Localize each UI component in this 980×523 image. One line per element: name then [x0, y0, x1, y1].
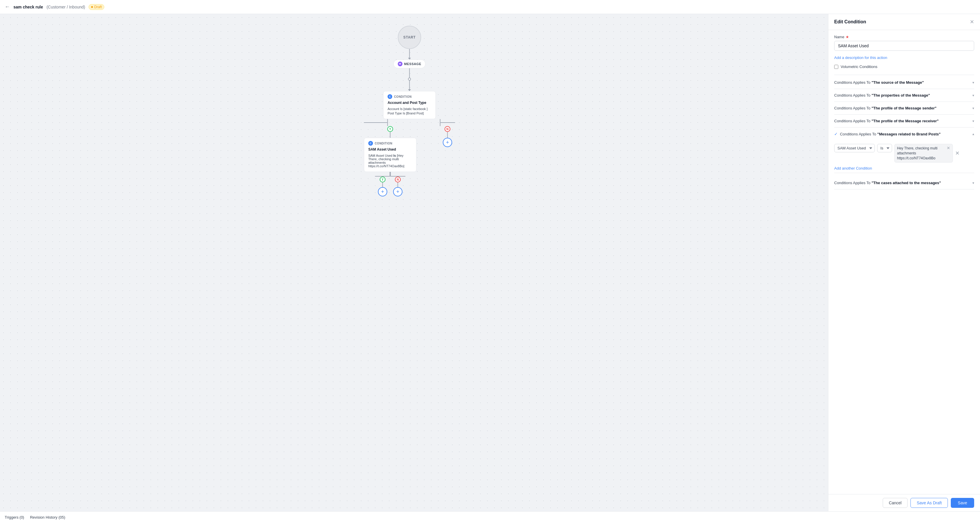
status-badge: Draft — [89, 4, 104, 10]
revision-history-item[interactable]: Revision History (05) — [30, 515, 65, 520]
condition1-icon: C — [387, 94, 392, 99]
condition-remove-button[interactable]: ✕ — [955, 150, 959, 157]
condition2-label: CONDITION — [375, 142, 392, 145]
save-button[interactable]: Save — [951, 498, 974, 508]
volumetric-row: Volumetric Conditions — [834, 65, 974, 69]
message-box[interactable]: ✉ MESSAGE — [393, 60, 426, 68]
section-cases: Conditions Applies To "The cases attache… — [834, 177, 974, 189]
section-properties-header[interactable]: Conditions Applies To "The properties of… — [834, 89, 974, 101]
connector-2 — [409, 68, 410, 78]
branch-no-connector — [440, 119, 455, 126]
branch-yes-content: Y C CONDITION SAM Asset Used SAM Asset U… — [364, 126, 416, 197]
condition2-name: SAM Asset Used — [368, 147, 412, 152]
condition-operator-select[interactable]: Is — [877, 144, 892, 152]
branch-y-label: Y — [387, 126, 393, 132]
section-cases-title: Conditions Applies To "The cases attache… — [834, 181, 941, 185]
checkmark-icon: ✓ — [834, 132, 838, 136]
breadcrumb: (Customer / Inbound) — [46, 5, 85, 10]
volumetric-checkbox[interactable] — [834, 65, 838, 69]
section-brand-posts-title: ✓ Conditions Applies To "Messages relate… — [834, 132, 940, 136]
chevron-brand-posts: ▴ — [972, 132, 974, 136]
cancel-button[interactable]: Cancel — [883, 498, 908, 508]
section-source: Conditions Applies To "The source of the… — [834, 76, 974, 89]
name-label: Name ★ — [834, 35, 974, 39]
sub-v-right2 — [398, 182, 398, 187]
name-input[interactable] — [834, 41, 974, 51]
condition1-node: C CONDITION Account and Post Type Accoun… — [383, 91, 436, 119]
branches-1: Y C CONDITION SAM Asset Used SAM Asset U… — [364, 119, 455, 197]
bottom-bar: Triggers (0) Revision History (05) — [0, 511, 980, 523]
section-properties: Conditions Applies To "The properties of… — [834, 89, 974, 102]
chevron-sender: ▾ — [972, 106, 974, 110]
sub-branch-n: N + — [390, 172, 405, 197]
condition1-header: C CONDITION — [387, 94, 431, 99]
sub-branch-y: Y + — [375, 172, 390, 197]
main-layout: START ✉ MESSAGE C — [0, 14, 980, 511]
panel-close-button[interactable]: ✕ — [970, 19, 974, 25]
message-label: MESSAGE — [404, 62, 422, 66]
right-panel: Edit Condition ✕ Name ★ Add a descriptio… — [828, 14, 980, 511]
header: ← sam check rule (Customer / Inbound) Dr… — [0, 0, 980, 14]
badge-label: Draft — [94, 5, 102, 9]
add-button-right[interactable]: + — [443, 138, 452, 147]
sub-y-conn — [375, 172, 390, 177]
back-button[interactable]: ← — [5, 4, 10, 10]
chevron-receiver: ▾ — [972, 119, 974, 123]
chip-remove-button[interactable]: ✕ — [947, 146, 950, 150]
branch-no-content: N + — [443, 126, 452, 147]
branch-yes: Y C CONDITION SAM Asset Used SAM Asset U… — [364, 119, 416, 197]
branch-n-label: N — [444, 126, 450, 132]
branch-yes-connector — [364, 119, 416, 126]
section-receiver: Conditions Applies To "The profile of th… — [834, 115, 974, 128]
flow-diagram: START ✉ MESSAGE C — [364, 26, 455, 197]
spacer — [834, 173, 974, 177]
h-line-right — [440, 122, 455, 123]
sub-n-conn — [390, 172, 405, 177]
rule-title: sam check rule — [13, 5, 43, 10]
canvas: START ✉ MESSAGE C — [0, 14, 828, 511]
branch-no: N + — [440, 119, 455, 147]
chevron-properties: ▾ — [972, 94, 974, 97]
condition2-rule-0: SAM Asset Used Is [Hey There, checking m… — [368, 154, 412, 168]
chevron-source: ▾ — [972, 81, 974, 85]
section-source-header[interactable]: Conditions Applies To "The source of the… — [834, 76, 974, 89]
add-description-link[interactable]: Add a description for this action — [834, 55, 974, 60]
section-source-title: Conditions Applies To "The source of the… — [834, 80, 924, 85]
triggers-item[interactable]: Triggers (0) — [5, 515, 24, 520]
condition2-box[interactable]: C CONDITION SAM Asset Used SAM Asset Use… — [364, 138, 416, 172]
section-receiver-title: Conditions Applies To "The profile of th… — [834, 119, 939, 123]
panel-body: Name ★ Add a description for this action… — [828, 30, 980, 494]
condition1-rule-1: Post Type Is [Brand Post] — [387, 111, 431, 115]
start-node: START — [398, 26, 421, 60]
condition-field-select[interactable]: SAM Asset Used — [834, 144, 875, 152]
save-draft-button[interactable]: Save As Draft — [910, 498, 948, 508]
section-sender-title: Conditions Applies To "The profile of th… — [834, 106, 937, 110]
start-circle: START — [398, 26, 421, 49]
add-button-sub-y[interactable]: + — [378, 187, 387, 197]
condition2-header: C CONDITION — [368, 141, 412, 146]
section-receiver-header[interactable]: Conditions Applies To "The profile of th… — [834, 115, 974, 127]
required-star: ★ — [846, 35, 849, 39]
h-line-left — [364, 122, 387, 123]
volumetric-label: Volumetric Conditions — [841, 65, 877, 69]
message-icon: ✉ — [398, 62, 402, 66]
condition1-box[interactable]: C CONDITION Account and Post Type Accoun… — [383, 91, 436, 119]
start-label: START — [403, 35, 415, 40]
v-line-y — [390, 132, 390, 138]
panel-footer: Cancel Save As Draft Save — [828, 494, 980, 511]
condition1-rule-0: Account Is [static facebook ] — [387, 107, 431, 111]
panel-header: Edit Condition ✕ — [828, 14, 980, 30]
add-button-sub-n[interactable]: + — [393, 187, 402, 197]
sub-y-label: Y — [380, 177, 385, 182]
section-sender-header[interactable]: Conditions Applies To "The profile of th… — [834, 102, 974, 114]
sub-branches: Y + N — [375, 172, 405, 197]
badge-dot — [91, 6, 93, 8]
condition-row-1: SAM Asset Used Is Hey There, checking mu… — [834, 144, 974, 163]
section-brand-posts: ✓ Conditions Applies To "Messages relate… — [834, 128, 974, 173]
condition1-label: CONDITION — [394, 95, 412, 98]
section-brand-posts-header[interactable]: ✓ Conditions Applies To "Messages relate… — [834, 128, 974, 140]
add-condition-link[interactable]: Add another Condition — [834, 166, 974, 170]
section-cases-header[interactable]: Conditions Applies To "The cases attache… — [834, 177, 974, 189]
connector-1 — [409, 49, 410, 59]
v-line-n — [447, 132, 448, 138]
